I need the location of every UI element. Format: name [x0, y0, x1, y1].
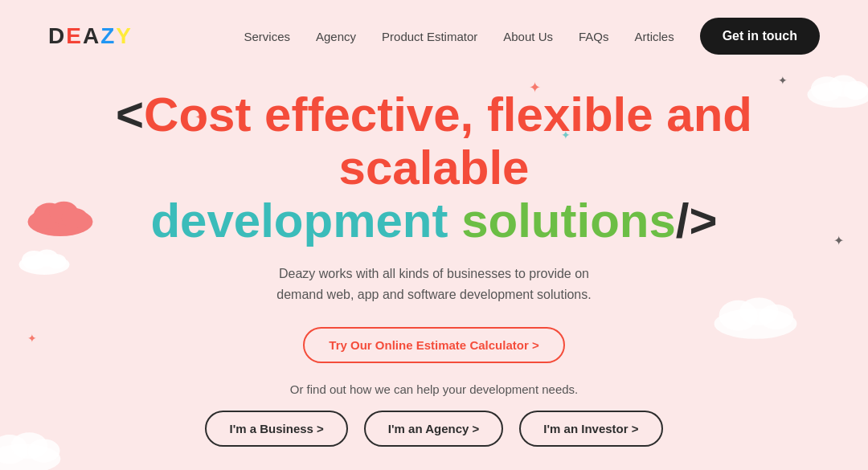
hero-section: <Cost effective, flexible and scalable d…	[0, 72, 868, 447]
estimate-calculator-button[interactable]: Try Our Online Estimate Calculator >	[303, 327, 564, 363]
nav-services[interactable]: Services	[244, 30, 290, 43]
get-in-touch-button[interactable]: Get in touch	[700, 18, 820, 55]
logo-letter-z: Z	[100, 23, 116, 48]
hero-title-solutions: solutions	[461, 194, 676, 247]
logo-letter-e: E	[66, 23, 83, 48]
logo-letter-d: D	[48, 23, 66, 48]
nav-about-us[interactable]: About Us	[503, 30, 553, 43]
logo-letter-a: A	[83, 23, 100, 48]
hero-title-development: development	[150, 194, 448, 247]
nav-product-estimator[interactable]: Product Estimator	[382, 30, 477, 43]
logo-letter-y: Y	[116, 23, 133, 48]
hero-bracket-close: />	[676, 194, 718, 247]
logo[interactable]: DEAZY	[48, 23, 133, 49]
role-buttons-group: I'm a Business > I'm an Agency > I'm an …	[205, 411, 662, 447]
business-button[interactable]: I'm a Business >	[205, 411, 347, 447]
hero-title: <Cost effective, flexible and scalable d…	[72, 88, 796, 247]
hero-bracket-open: <	[116, 88, 144, 141]
investor-button[interactable]: I'm an Investor >	[519, 411, 662, 447]
agency-button[interactable]: I'm an Agency >	[364, 411, 503, 447]
navigation: DEAZY Services Agency Product Estimator …	[0, 0, 868, 72]
find-out-text: Or find out how we can help your develop…	[290, 382, 579, 396]
nav-faqs[interactable]: FAQs	[579, 30, 609, 43]
nav-links: Services Agency Product Estimator About …	[244, 18, 820, 55]
hero-title-text: Cost effective, flexible and scalable	[144, 88, 752, 194]
nav-agency[interactable]: Agency	[316, 30, 356, 43]
hero-subtitle: Deazy works with all kinds of businesses…	[257, 264, 611, 304]
nav-articles[interactable]: Articles	[634, 30, 674, 43]
